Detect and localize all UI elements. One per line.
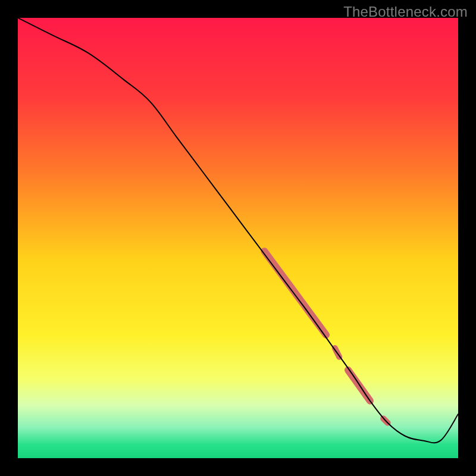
chart-svg bbox=[18, 18, 458, 458]
gradient-background bbox=[18, 18, 458, 458]
plot-area bbox=[18, 18, 458, 458]
chart-stage: TheBottleneck.com bbox=[0, 0, 476, 476]
